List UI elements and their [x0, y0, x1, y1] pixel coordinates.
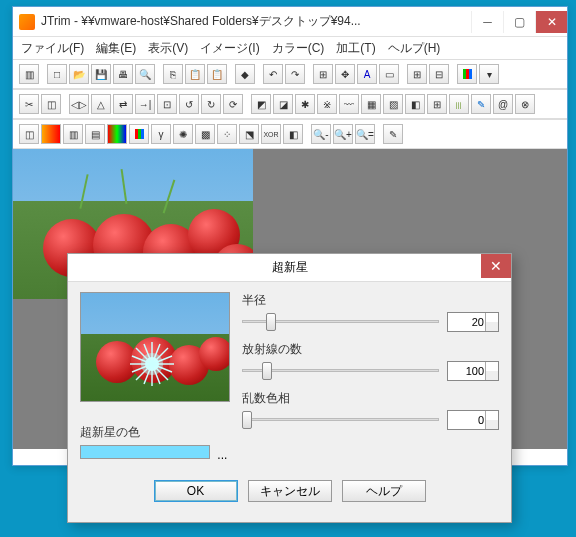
fill-icon[interactable]: ◆	[235, 64, 255, 84]
menu-image[interactable]: イメージ(I)	[196, 38, 263, 59]
radius-slider[interactable]	[242, 311, 439, 333]
fx5-icon[interactable]: ⊞	[427, 94, 447, 114]
blur-icon[interactable]: ✱	[295, 94, 315, 114]
radius-label: 半径	[242, 292, 499, 309]
zoom-fit-icon[interactable]: 🔍=	[355, 124, 375, 144]
color-label: 超新星の色	[80, 424, 230, 441]
paste2-icon[interactable]: 📋	[207, 64, 227, 84]
cut-icon[interactable]: ◫	[41, 94, 61, 114]
zoom-in-icon[interactable]: 🔍+	[333, 124, 353, 144]
pen-icon[interactable]: ✎	[471, 94, 491, 114]
resize-icon[interactable]: ⊞	[313, 64, 333, 84]
grid-icon[interactable]: ⊞	[407, 64, 427, 84]
help-button[interactable]: ヘルプ	[342, 480, 426, 502]
dialog-titlebar: 超新星 ✕	[68, 254, 511, 282]
open-icon[interactable]: 📂	[69, 64, 89, 84]
noise-icon[interactable]: ▦	[361, 94, 381, 114]
grad1-icon[interactable]: ◫	[19, 124, 39, 144]
wave-icon[interactable]: 〰	[339, 94, 359, 114]
preview-icon[interactable]: 🔍	[135, 64, 155, 84]
hue-spinner[interactable]: 0	[447, 410, 499, 430]
menu-bar: ファイル(F) 編集(E) 表示(V) イメージ(I) カラー(C) 加工(T)…	[13, 37, 567, 59]
app-icon	[19, 14, 35, 30]
rays-spinner[interactable]: 100	[447, 361, 499, 381]
gamma-icon[interactable]: γ	[151, 124, 171, 144]
burst-icon[interactable]: ✺	[173, 124, 193, 144]
sharp-icon[interactable]: ※	[317, 94, 337, 114]
hue-slider[interactable]	[242, 409, 439, 431]
supernova-icon	[129, 341, 175, 387]
maximize-button[interactable]: ▢	[503, 11, 535, 33]
flipv-icon[interactable]: △	[91, 94, 111, 114]
invert-icon[interactable]: ⬔	[239, 124, 259, 144]
copy-icon[interactable]: ⎘	[163, 64, 183, 84]
save-icon[interactable]: 💾	[91, 64, 111, 84]
paste-icon[interactable]: 📋	[185, 64, 205, 84]
dialog-title: 超新星	[272, 259, 308, 276]
fx3-icon[interactable]: ▨	[383, 94, 403, 114]
supernova-dialog: 超新星 ✕	[67, 253, 512, 523]
dot-icon[interactable]: ⁘	[217, 124, 237, 144]
fx6-icon[interactable]: ⊗	[515, 94, 535, 114]
close-button[interactable]: ✕	[535, 11, 567, 33]
print-icon[interactable]: 🖶	[113, 64, 133, 84]
radius-spinner[interactable]: 20	[447, 312, 499, 332]
center-icon[interactable]: →|	[135, 94, 155, 114]
grad4-icon[interactable]: ▤	[85, 124, 105, 144]
titlebar: JTrim - ¥¥vmware-host¥Shared Folders¥デスク…	[13, 7, 567, 37]
half-icon[interactable]: ◧	[283, 124, 303, 144]
menu-color[interactable]: カラー(C)	[268, 38, 329, 59]
text-icon[interactable]: A	[357, 64, 377, 84]
rotl-icon[interactable]: ↺	[179, 94, 199, 114]
menu-file[interactable]: ファイル(F)	[17, 38, 88, 59]
rays-label: 放射線の数	[242, 341, 499, 358]
new-icon[interactable]: □	[47, 64, 67, 84]
fence-icon[interactable]: ⫼	[449, 94, 469, 114]
rotr-icon[interactable]: ↻	[201, 94, 221, 114]
film-icon[interactable]: ⊟	[429, 64, 449, 84]
menu-effect[interactable]: 加工(T)	[332, 38, 379, 59]
ok-button[interactable]: OK	[154, 480, 238, 502]
redo-icon[interactable]: ↷	[285, 64, 305, 84]
checker-icon[interactable]: ▩	[195, 124, 215, 144]
preview-image	[80, 292, 230, 402]
hue-label: 乱数色相	[242, 390, 499, 407]
dialog-close-button[interactable]: ✕	[481, 254, 511, 278]
menu-edit[interactable]: 編集(E)	[92, 38, 140, 59]
tool-icon[interactable]: ▥	[19, 64, 39, 84]
shift-icon[interactable]: ⇄	[113, 94, 133, 114]
frame-icon[interactable]: ▭	[379, 64, 399, 84]
color-swatch[interactable]	[80, 445, 210, 459]
toolbar-3: ◫ ▥ ▤ γ ✺ ▩ ⁘ ⬔ XOR ◧ 🔍- 🔍+ 🔍= ✎	[13, 119, 567, 149]
minimize-button[interactable]: ─	[471, 11, 503, 33]
hue-icon[interactable]	[107, 124, 127, 144]
toolbar-1: ▥ □ 📂 💾 🖶 🔍 ⎘ 📋 📋 ◆ ↶ ↷ ⊞ ✥ A ▭ ⊞ ⊟ ▾	[13, 59, 567, 89]
dropdown-icon[interactable]: ▾	[479, 64, 499, 84]
rotate-icon[interactable]: ⟳	[223, 94, 243, 114]
fx4-icon[interactable]: ◧	[405, 94, 425, 114]
rays-slider[interactable]	[242, 360, 439, 382]
zoom-out-icon[interactable]: 🔍-	[311, 124, 331, 144]
color-picker-button[interactable]: ...	[217, 448, 227, 462]
grad2-icon[interactable]	[41, 124, 61, 144]
crop-icon[interactable]: ✂	[19, 94, 39, 114]
color-icon[interactable]	[457, 64, 477, 84]
grad3-icon[interactable]: ▥	[63, 124, 83, 144]
cancel-button[interactable]: キャンセル	[248, 480, 332, 502]
xor-icon[interactable]: XOR	[261, 124, 281, 144]
menu-view[interactable]: 表示(V)	[144, 38, 192, 59]
rgb-icon[interactable]	[129, 124, 149, 144]
undo-icon[interactable]: ↶	[263, 64, 283, 84]
menu-help[interactable]: ヘルプ(H)	[384, 38, 445, 59]
fx2-icon[interactable]: ◪	[273, 94, 293, 114]
merge-icon[interactable]: ⊡	[157, 94, 177, 114]
eyedrop-icon[interactable]: ✎	[383, 124, 403, 144]
fliph-icon[interactable]: ◁▷	[69, 94, 89, 114]
toolbar-2: ✂ ◫ ◁▷ △ ⇄ →| ⊡ ↺ ↻ ⟳ ◩ ◪ ✱ ※ 〰 ▦ ▨ ◧ ⊞ …	[13, 89, 567, 119]
fx1-icon[interactable]: ◩	[251, 94, 271, 114]
spiral-icon[interactable]: @	[493, 94, 513, 114]
window-title: JTrim - ¥¥vmware-host¥Shared Folders¥デスク…	[41, 13, 471, 30]
move-icon[interactable]: ✥	[335, 64, 355, 84]
